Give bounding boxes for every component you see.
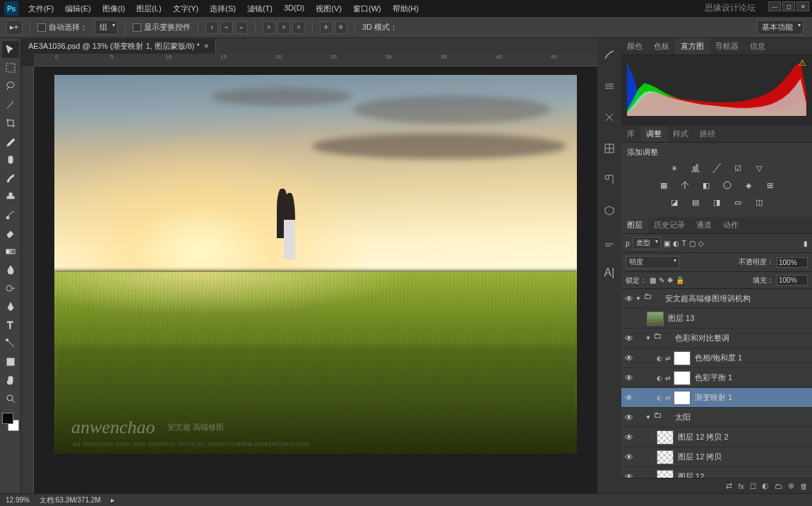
filter-kind-icon[interactable]: ◐ — [673, 240, 679, 247]
brush-tool[interactable] — [2, 170, 19, 187]
fx-icon[interactable]: fx — [738, 482, 744, 490]
layer-name[interactable]: 图层 12 拷贝 — [678, 452, 722, 462]
layer-row[interactable]: 👁图层 12 拷贝 — [621, 447, 812, 467]
3d-icon[interactable] — [601, 204, 618, 218]
menu-item[interactable]: 文字(Y) — [169, 2, 203, 16]
new-adjustment-icon[interactable]: ◐ — [762, 481, 769, 490]
threshold-icon[interactable]: ◨ — [710, 196, 724, 208]
gradient-tool[interactable] — [2, 243, 19, 260]
move-tool-icon[interactable]: ▸+ — [6, 20, 23, 35]
mask-thumb[interactable] — [674, 371, 691, 385]
layer-name[interactable]: 太阳 — [675, 412, 691, 423]
panel-tab[interactable]: 图层 — [621, 217, 648, 233]
visibility-toggle[interactable]: 👁 — [623, 452, 635, 462]
panel-tab[interactable]: 动作 — [717, 217, 744, 233]
panel-tab[interactable]: 调整 — [640, 126, 667, 142]
zoom-tool[interactable] — [2, 390, 19, 407]
menu-item[interactable]: 3D(D) — [280, 2, 309, 16]
visibility-toggle[interactable]: 👁 — [623, 294, 635, 304]
layer-thumb[interactable] — [657, 470, 674, 478]
panel-tab[interactable]: 直方图 — [675, 38, 710, 54]
marquee-tool[interactable] — [2, 59, 19, 76]
menu-item[interactable]: 选择(S) — [205, 2, 240, 16]
ruler-vertical[interactable] — [21, 66, 34, 493]
layer-row[interactable]: 👁图层 12 拷贝 2 — [621, 428, 812, 447]
auto-select-dropdown[interactable]: 组 — [95, 20, 118, 35]
brightness-icon[interactable]: ☀ — [667, 162, 681, 175]
filter-kind-icon[interactable]: T — [682, 240, 686, 247]
selective-icon[interactable]: ◫ — [752, 196, 766, 208]
expand-arrow-icon[interactable]: ▼ — [645, 414, 652, 420]
filter-kind-icon[interactable]: ▣ — [664, 240, 670, 247]
mask-icon[interactable]: ◻ — [750, 481, 756, 490]
layer-name[interactable]: 图层 13 — [668, 313, 694, 324]
new-layer-icon[interactable]: ⊕ — [788, 481, 794, 490]
brush-panel-icon[interactable] — [601, 48, 618, 62]
filter-toggle[interactable]: ▮ — [804, 240, 808, 247]
blend-mode-dropdown[interactable]: 明度 — [626, 256, 679, 269]
menu-item[interactable]: 图像(I) — [98, 2, 129, 16]
pen-tool[interactable] — [2, 298, 19, 315]
panel-tab[interactable]: 路径 — [694, 126, 721, 142]
path-tool[interactable] — [2, 335, 19, 352]
align-icon[interactable]: ⫞ — [205, 21, 218, 34]
delete-layer-icon[interactable]: 🗑 — [800, 482, 808, 490]
zoom-value[interactable]: 12.99% — [6, 496, 30, 504]
filter-kind-icon[interactable]: ▢ — [689, 240, 695, 247]
canvas[interactable]: anwenchao 安文超 高端修图 AN WENCHAO HIGH-END G… — [54, 75, 577, 454]
eraser-tool[interactable] — [2, 225, 19, 242]
distribute-icon[interactable]: ⊪ — [320, 21, 333, 34]
heal-tool[interactable] — [2, 151, 19, 168]
balance-icon[interactable] — [678, 179, 692, 192]
document-tab[interactable]: AE3A1036.psd @ 13% (渐变映射 1, 图层蒙版/8) * × — [21, 39, 216, 54]
layer-name[interactable]: 色相/饱和度 1 — [695, 353, 742, 363]
layer-row[interactable]: 👁图层 12 — [621, 467, 812, 478]
layer-name[interactable]: 图层 12 拷贝 2 — [678, 432, 729, 442]
grid-icon[interactable] — [601, 141, 618, 155]
ruler-horizontal[interactable]: 051015202530354045 — [34, 54, 597, 66]
visibility-toggle[interactable]: 👁 — [623, 353, 635, 363]
layer-row[interactable]: 👁▼🗀色彩和对比整调 — [621, 329, 812, 348]
posterize-icon[interactable]: ▤ — [688, 196, 703, 208]
gradient-map-icon[interactable]: ▭ — [731, 196, 745, 208]
menu-item[interactable]: 滤镜(T) — [243, 2, 277, 16]
exposure-icon[interactable]: ☑ — [731, 162, 745, 175]
stamp-tool[interactable] — [2, 188, 19, 205]
paragraph-icon[interactable] — [601, 172, 618, 187]
tools-icon[interactable] — [601, 110, 618, 124]
lasso-tool[interactable] — [2, 78, 19, 95]
new-group-icon[interactable]: 🗀 — [775, 482, 782, 490]
lock-move-icon[interactable]: ✥ — [667, 276, 673, 284]
history-brush-tool[interactable] — [2, 206, 19, 223]
eyedropper-tool[interactable] — [2, 133, 19, 150]
move-tool[interactable] — [2, 41, 19, 58]
layer-thumb[interactable] — [647, 312, 664, 326]
menu-item[interactable]: 视图(V) — [311, 2, 346, 16]
close-button[interactable]: ✕ — [796, 1, 809, 11]
layer-row[interactable]: 👁◐⇄色彩平衡 1 — [621, 368, 812, 388]
photo-filter-icon[interactable] — [720, 179, 734, 192]
distribute-icon[interactable]: ≡ — [263, 21, 275, 34]
canvas-viewport[interactable]: anwenchao 安文超 高端修图 AN WENCHAO HIGH-END G… — [34, 66, 597, 493]
layer-row[interactable]: 👁◐⇄色相/饱和度 1 — [621, 348, 812, 368]
panel-tab[interactable]: 信息 — [744, 38, 771, 54]
lut-icon[interactable]: ⊞ — [763, 179, 777, 192]
layer-name[interactable]: 安文超高端修图培训机构 — [665, 293, 751, 304]
layer-row[interactable]: 图层 13 — [621, 309, 812, 329]
menu-item[interactable]: 文件(F) — [24, 2, 58, 16]
auto-select-checkbox[interactable]: 自动选择： — [37, 22, 88, 33]
close-tab-icon[interactable]: × — [204, 42, 208, 50]
channel-mixer-icon[interactable]: ◈ — [741, 179, 756, 192]
panel-tab[interactable]: 历史记录 — [648, 217, 691, 233]
distribute-icon[interactable]: ⊪ — [335, 21, 347, 34]
hue-icon[interactable]: ▦ — [657, 179, 671, 192]
lock-brush-icon[interactable]: ✎ — [659, 276, 664, 284]
visibility-toggle[interactable]: 👁 — [623, 433, 635, 442]
layer-row[interactable]: 👁▼🗀太阳 — [621, 408, 812, 428]
edit-icon[interactable] — [601, 235, 618, 249]
layer-thumb[interactable] — [657, 430, 674, 445]
blur-tool[interactable] — [2, 261, 19, 278]
hand-tool[interactable] — [2, 372, 19, 389]
layer-list[interactable]: 👁▼🗀安文超高端修图培训机构图层 13👁▼🗀色彩和对比整调👁◐⇄色相/饱和度 1… — [621, 289, 812, 478]
layer-name[interactable]: 色彩平衡 1 — [695, 372, 732, 383]
